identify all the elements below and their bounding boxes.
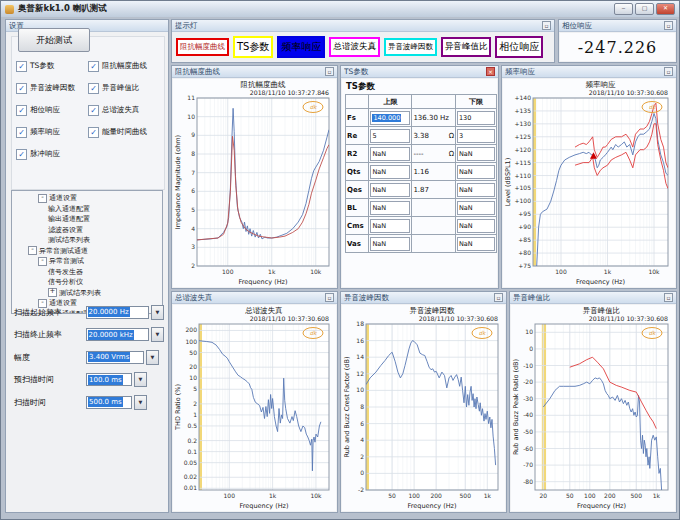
dropdown-arrow-icon[interactable]: ▼ [151, 327, 164, 342]
impedance-dock-icon[interactable]: ▫ [325, 67, 334, 76]
test-checkbox-频率响应[interactable]: ✓频率响应 [16, 126, 60, 138]
indicator-light-TS参数[interactable]: TS参数 [233, 36, 273, 58]
thd-dock-icon[interactable]: ▫ [325, 293, 334, 302]
svg-text:2018/11/10 10:37:30.608: 2018/11/10 10:37:30.608 [419, 315, 498, 322]
svg-text:0.01: 0.01 [184, 484, 198, 491]
test-checkbox-异音峰值比[interactable]: ✓异音峰值比 [88, 82, 140, 94]
ts-lower-input[interactable]: NaN [457, 183, 495, 197]
indicator-light-阻抗幅度曲线[interactable]: 阻抗幅度曲线 [176, 38, 229, 56]
svg-text:10: 10 [187, 113, 195, 120]
ts-upper-input[interactable]: NaN [370, 147, 410, 161]
svg-text:10: 10 [525, 328, 533, 335]
field-input[interactable]: 100.0 ms [86, 373, 132, 386]
indicator-light-相位响应[interactable]: 相位响应 [495, 36, 543, 58]
svg-text:Frequency (Hz): Frequency (Hz) [576, 278, 625, 286]
crest-dock-icon[interactable]: ▫ [494, 293, 503, 302]
field-input[interactable]: 3.400 Vrms [86, 351, 144, 364]
field-input[interactable]: 500.0 ms [86, 396, 132, 409]
tree-item-label: 通道设置 [49, 193, 77, 203]
start-test-button[interactable]: 开始测试 [18, 28, 90, 52]
checkbox-label: 异音峰值比 [102, 83, 140, 93]
ts-lower-input[interactable]: NaN [457, 219, 495, 233]
svg-text:16: 16 [356, 337, 364, 344]
svg-text:0.5: 0.5 [187, 422, 197, 429]
tree-item[interactable]: -通道设置 [12, 193, 162, 204]
ts-lower-cell: 130 [455, 109, 496, 127]
dropdown-arrow-icon[interactable]: ▼ [146, 350, 159, 365]
ts-measured-cell [412, 199, 456, 217]
indicator-light-总谐波失真[interactable]: 总谐波失真 [329, 37, 380, 57]
field-input[interactable]: 20.0000 Hz [86, 306, 150, 319]
ts-upper-input[interactable]: 5 [370, 129, 410, 143]
freqresp-caption: 频率响应▫ [502, 66, 676, 78]
lights-dock-icon[interactable]: ▫ [542, 21, 551, 30]
ts-header-upper: 上限 [369, 95, 412, 109]
maximize-button[interactable]: ▢ [635, 3, 654, 15]
tree-item[interactable]: +测试结果列表 [12, 288, 162, 299]
indicator-light-异音波峰因数[interactable]: 异音波峰因数 [384, 38, 437, 56]
tree-item[interactable]: 信号分析仪 [12, 277, 162, 288]
indicator-lights-row: 阻抗幅度曲线TS参数频率响应总谐波失真异音波峰因数异音峰值比相位响应 [176, 36, 550, 58]
ts-close-icon[interactable]: × [486, 67, 495, 76]
svg-text:3: 3 [191, 243, 195, 250]
svg-text:+115: +115 [515, 159, 532, 166]
svg-text:-80: -80 [523, 478, 533, 485]
tree-item[interactable]: -异常音测试通道 [12, 246, 162, 257]
close-button[interactable]: ✕ [656, 3, 675, 15]
dropdown-arrow-icon[interactable]: ▼ [151, 305, 164, 320]
ts-upper-input[interactable]: NaN [370, 201, 410, 215]
ts-lower-input[interactable]: NaN [457, 201, 495, 215]
svg-text:10k: 10k [648, 268, 660, 275]
test-checkbox-相位响应[interactable]: ✓相位响应 [16, 104, 60, 116]
ts-lower-input[interactable]: NaN [457, 147, 495, 161]
svg-text:11: 11 [187, 94, 195, 101]
ts-row-Re: Re53.38Ω3 [346, 127, 497, 145]
ts-upper-input[interactable]: NaN [370, 219, 410, 233]
test-checkbox-TS参数[interactable]: ✓TS参数 [16, 60, 54, 72]
ts-lower-input[interactable]: NaN [457, 237, 495, 251]
test-checkbox-能量时间曲线[interactable]: ✓能量时间曲线 [88, 126, 147, 138]
peakratio-dock-icon[interactable]: ▫ [664, 293, 673, 302]
ts-upper-input[interactable]: NaN [370, 237, 410, 251]
ts-lower-input[interactable]: 130 [457, 111, 495, 125]
collapse-icon[interactable]: - [38, 257, 47, 266]
crest-chart: 501002005001k-2024681012141618dk异音波峰因数20… [342, 305, 505, 511]
ts-lower-value: NaN [459, 168, 473, 176]
indicator-light-异音峰值比[interactable]: 异音峰值比 [441, 37, 492, 57]
indicator-light-频率响应[interactable]: 频率响应 [277, 36, 325, 58]
ts-upper-input[interactable]: NaN [370, 183, 410, 197]
test-checkbox-脉冲响应[interactable]: ✓脉冲响应 [16, 148, 60, 160]
test-checkbox-异音波峰因数[interactable]: ✓异音波峰因数 [16, 82, 75, 94]
tree-item[interactable]: -异常音测试 [12, 256, 162, 267]
minimize-button[interactable]: ‒ [614, 3, 633, 15]
field-input[interactable]: 20.0000 kHz [86, 328, 150, 341]
dropdown-arrow-icon[interactable]: ▼ [134, 395, 147, 410]
expand-icon[interactable]: + [48, 288, 57, 297]
ts-lower-input[interactable]: NaN [457, 165, 495, 179]
svg-text:-60: -60 [523, 445, 533, 452]
svg-text:1k: 1k [269, 492, 277, 499]
ts-upper-input[interactable]: 140.000 [370, 111, 410, 125]
ts-upper-input[interactable]: NaN [370, 165, 410, 179]
tree-item[interactable]: 输入通道配置 [12, 204, 162, 215]
collapse-icon[interactable]: - [38, 194, 47, 203]
svg-text:+80: +80 [518, 249, 531, 256]
ts-row-Fs: Fs140.000136.30 Hz130 [346, 109, 497, 127]
field-value: 20.0000 Hz [88, 307, 130, 317]
tree-item[interactable]: 输出通道配置 [12, 214, 162, 225]
freqresp-dock-icon[interactable]: ▫ [664, 67, 673, 76]
svg-text:0.05: 0.05 [184, 459, 198, 466]
tree-item[interactable]: 信号发生器 [12, 267, 162, 278]
test-checkbox-总谐波失真[interactable]: ✓总谐波失真 [88, 104, 140, 116]
ts-lower-input[interactable]: 3 [457, 129, 495, 143]
tree-item-label: 测试结果列表 [59, 288, 101, 298]
checkbox-check-icon: ✓ [88, 83, 99, 94]
dropdown-arrow-icon[interactable]: ▼ [134, 372, 147, 387]
tree-item[interactable]: 滤波器设置 [12, 225, 162, 236]
test-checkbox-阻抗幅度曲线[interactable]: ✓阻抗幅度曲线 [88, 60, 147, 72]
svg-text:+75: +75 [518, 262, 531, 269]
phase-dock-icon[interactable]: ▫ [664, 21, 673, 30]
tree-item[interactable]: 测试结果列表 [12, 235, 162, 246]
checkbox-label: 频率响应 [30, 127, 60, 137]
collapse-icon[interactable]: - [28, 246, 37, 255]
